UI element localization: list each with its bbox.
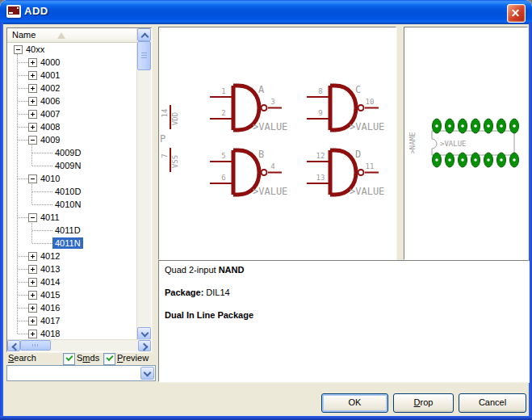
tree-item[interactable]: 4000 bbox=[7, 56, 137, 69]
tree-item[interactable]: 4015 bbox=[7, 288, 137, 301]
dil14-package-drawing: >VALUE bbox=[424, 116, 524, 170]
tree-expand-toggle[interactable] bbox=[14, 45, 23, 54]
preview-checkbox[interactable] bbox=[103, 353, 115, 365]
drop-button[interactable]: Drop bbox=[393, 393, 454, 413]
vertical-scroll-thumb[interactable] bbox=[137, 41, 151, 70]
tree-item-label: 4001 bbox=[38, 69, 62, 81]
window-title: ADD bbox=[24, 5, 48, 17]
vss-pin-name: VSS bbox=[171, 149, 181, 174]
title-bar[interactable]: ADD bbox=[0, 0, 532, 24]
input-pin-number: 8 bbox=[318, 87, 322, 95]
tree-item[interactable]: 4017 bbox=[7, 314, 137, 327]
tree-expand-toggle[interactable] bbox=[28, 123, 37, 132]
tree-item[interactable]: 40xx bbox=[7, 43, 137, 56]
tree-item-label: 4002 bbox=[38, 82, 62, 94]
combobox-dropdown-button[interactable] bbox=[140, 367, 154, 380]
output-pin-number: 3 bbox=[270, 98, 274, 106]
power-gate-label: P bbox=[160, 133, 165, 145]
tree-item[interactable]: 4012 bbox=[7, 250, 137, 262]
nand-gate-d: D 12 13 11 >VALUE bbox=[304, 145, 392, 210]
preview-checkbox-label[interactable]: Preview bbox=[117, 353, 149, 363]
tree-expand-toggle[interactable] bbox=[28, 330, 37, 338]
output-pin-number: 10 bbox=[366, 98, 375, 106]
app-icon bbox=[6, 5, 21, 18]
tree-item-label: 40xx bbox=[23, 44, 47, 55]
tree-column-header-name[interactable]: Name bbox=[7, 28, 137, 43]
tree-expand-toggle[interactable] bbox=[28, 291, 37, 300]
add-dialog: ADD Name 40xx 4000 4001 bbox=[0, 0, 532, 420]
value-placeholder: >VALUE bbox=[350, 121, 384, 132]
chevron-right-icon bbox=[140, 343, 149, 351]
tree-item[interactable]: 4010 bbox=[7, 172, 137, 185]
tree-item[interactable]: 4006 bbox=[7, 94, 137, 107]
input-pin-number: 5 bbox=[221, 152, 225, 160]
search-label: Search bbox=[8, 353, 36, 363]
tree-item[interactable]: 4010D bbox=[7, 185, 137, 198]
tree-expand-toggle[interactable] bbox=[28, 278, 37, 287]
tree-item[interactable]: 4016 bbox=[7, 301, 137, 314]
smds-checkbox[interactable] bbox=[63, 353, 75, 365]
tree-item-label: 4018 bbox=[38, 328, 62, 339]
scroll-right-button[interactable] bbox=[138, 340, 151, 351]
tree-item[interactable]: 4002 bbox=[7, 82, 137, 94]
scroll-down-button[interactable] bbox=[137, 327, 151, 340]
tree-item[interactable]: 4001 bbox=[7, 69, 137, 82]
tree-horizontal-scrollbar[interactable] bbox=[7, 339, 151, 351]
tree-item[interactable]: 4014 bbox=[7, 275, 137, 288]
tree-expand-toggle[interactable] bbox=[28, 136, 37, 145]
symbol-preview-panel: 14 VDD P 7 VSS A 1 2 3 >VALUE bbox=[158, 27, 396, 260]
search-combobox[interactable] bbox=[6, 365, 156, 381]
tree-expand-toggle[interactable] bbox=[28, 252, 37, 261]
tree-item-label: 4010D bbox=[52, 186, 83, 197]
nand-gate-b: B 5 6 4 >VALUE bbox=[207, 145, 295, 210]
gate-name: A bbox=[258, 84, 265, 95]
tree-vertical-scrollbar[interactable] bbox=[136, 28, 151, 340]
tree-item[interactable]: 4008 bbox=[7, 120, 137, 133]
description-line-1: Quad 2-input NAND bbox=[165, 265, 244, 275]
scroll-up-button[interactable] bbox=[137, 28, 151, 41]
tree-item[interactable]: 4010N bbox=[7, 198, 137, 211]
tree-item[interactable]: 4018 bbox=[7, 327, 137, 340]
tree-expand-toggle[interactable] bbox=[28, 110, 37, 119]
tree-expand-toggle[interactable] bbox=[28, 304, 37, 313]
tree-expand-toggle[interactable] bbox=[28, 213, 37, 222]
checkmark-icon bbox=[106, 354, 113, 361]
tree-item[interactable]: 4011 bbox=[7, 211, 137, 224]
ok-button[interactable]: OK bbox=[321, 393, 388, 413]
input-pin-number: 9 bbox=[318, 109, 322, 117]
tree-item[interactable]: 4009D bbox=[7, 146, 137, 159]
tree-expand-toggle[interactable] bbox=[28, 71, 37, 80]
tree-expand-toggle[interactable] bbox=[28, 174, 37, 183]
tree-expand-toggle[interactable] bbox=[28, 58, 37, 67]
tree-item[interactable]: 4013 bbox=[7, 262, 137, 275]
gate-name: B bbox=[258, 149, 264, 160]
tree-item[interactable]: 4011D bbox=[7, 224, 137, 237]
tree-item-label: 4009D bbox=[52, 147, 83, 158]
chevron-down-icon bbox=[144, 369, 152, 377]
tree-item[interactable]: 4007 bbox=[7, 107, 137, 120]
close-button[interactable] bbox=[507, 4, 526, 23]
tree-item[interactable]: 4011N bbox=[7, 237, 137, 250]
checkmark-icon bbox=[65, 354, 73, 361]
cancel-button[interactable]: Cancel bbox=[459, 393, 526, 413]
tree-expand-toggle[interactable] bbox=[28, 265, 37, 274]
tree-item-label: 4015 bbox=[38, 289, 62, 300]
tree-item[interactable]: 4009 bbox=[7, 133, 137, 146]
tree-item-label: 4013 bbox=[38, 263, 62, 275]
tree-item-label: 4011 bbox=[38, 212, 62, 223]
tree-item[interactable]: 4009N bbox=[7, 159, 137, 172]
tree-expand-toggle[interactable] bbox=[28, 317, 37, 326]
smds-checkbox-label[interactable]: Smds bbox=[77, 353, 99, 363]
scroll-left-button[interactable] bbox=[7, 340, 20, 351]
chevron-left-icon bbox=[12, 343, 20, 351]
tree-item-label: 4011N bbox=[52, 237, 83, 249]
package-name-placeholder: >NAME bbox=[408, 125, 418, 161]
tree-item-label: 4010 bbox=[38, 173, 62, 184]
value-placeholder: >VALUE bbox=[350, 186, 384, 197]
tree-expand-toggle[interactable] bbox=[28, 84, 37, 93]
search-input[interactable] bbox=[9, 368, 136, 379]
tree-item-label: 4008 bbox=[38, 121, 62, 132]
tree-expand-toggle[interactable] bbox=[28, 97, 37, 106]
gate-name: C bbox=[355, 84, 361, 95]
horizontal-scroll-thumb[interactable] bbox=[20, 340, 51, 351]
